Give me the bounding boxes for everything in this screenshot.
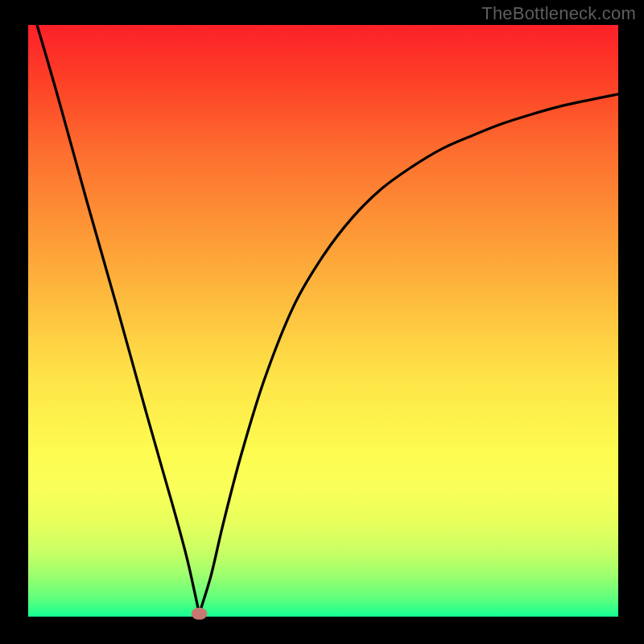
watermark-text: TheBottleneck.com: [481, 3, 636, 24]
plot-area: [28, 25, 618, 617]
bottleneck-curve: [37, 25, 618, 613]
optimal-point-marker: [192, 608, 208, 620]
chart-frame: TheBottleneck.com: [0, 0, 644, 644]
chart-svg: [28, 25, 618, 617]
